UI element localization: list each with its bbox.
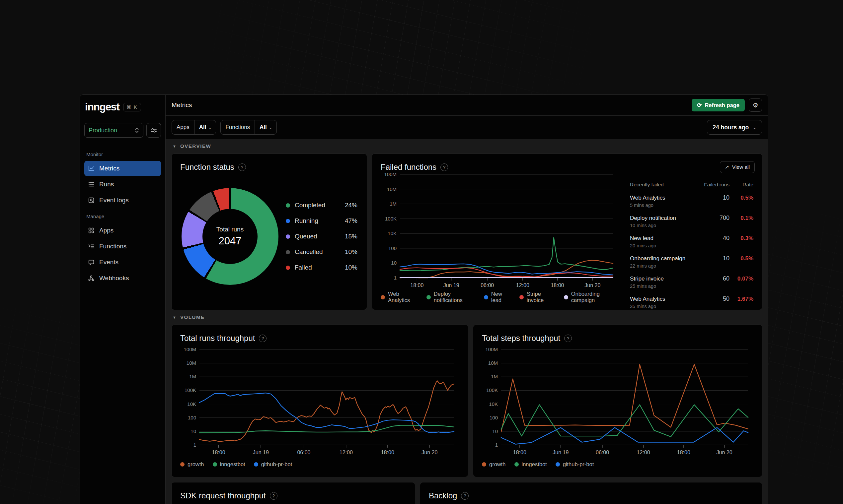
svg-text:10K: 10K [489, 401, 498, 407]
svg-text:06:00: 06:00 [297, 450, 310, 455]
legend-dot [427, 295, 431, 300]
svg-text:18:00: 18:00 [381, 450, 394, 455]
card-title: SDK request throughput [180, 491, 266, 500]
updown-chevrons-icon [135, 127, 139, 133]
function-status-donut: Total runs 2047 [182, 188, 278, 285]
overview-section-header: ▼ OVERVIEW [173, 143, 761, 149]
legend-item: github-pr-bot [254, 461, 292, 468]
sidebar-item-event-logs[interactable]: Event logs [84, 193, 161, 208]
help-icon[interactable]: ? [270, 492, 277, 500]
refresh-page-button[interactable]: ⟳ Refresh page [692, 99, 745, 111]
svg-text:100M: 100M [184, 347, 196, 352]
svg-text:Jun 19: Jun 19 [553, 450, 569, 455]
help-icon[interactable]: ? [461, 492, 469, 500]
function-status-legend: Completed24%Running47%Queued15%Cancelled… [286, 202, 358, 271]
sidebar-item-functions[interactable]: Functions [84, 239, 161, 254]
help-icon[interactable]: ? [238, 163, 246, 171]
collapse-triangle-icon[interactable]: ▼ [173, 144, 176, 148]
sliders-icon [150, 127, 157, 133]
table-row[interactable]: Web Analytics5 mins ago100.5% [630, 194, 753, 208]
total-runs-throughput-svg: 100M10M1M100K10K10010118:00Jun 1906:0012… [180, 347, 459, 457]
functions-filter[interactable]: Functions All ⌄ [220, 120, 276, 134]
card-title: Total runs throughput [180, 334, 255, 343]
arrow-up-right-icon: ↗ [725, 164, 729, 170]
sidebar-item-label: Webhooks [99, 274, 129, 282]
svg-text:100K: 100K [385, 216, 397, 221]
svg-text:Jun 20: Jun 20 [717, 450, 733, 455]
svg-text:12:00: 12:00 [340, 450, 353, 455]
volume-section-header: ▼ VOLUME [173, 314, 761, 320]
total-steps-throughput-card: Total steps throughput ? 100M10M1M100K10… [473, 325, 762, 477]
nav-section-label: Manage [86, 214, 159, 219]
collapse-triangle-icon[interactable]: ▼ [173, 315, 176, 319]
svg-text:100: 100 [489, 415, 498, 420]
recently-failed-table: Recently failed Failed runs Rate Web Ana… [621, 182, 753, 301]
sidebar-item-label: Runs [99, 181, 114, 188]
total-steps-throughput-svg: 100M10M1M100K10K10010118:00Jun 1906:0012… [482, 347, 753, 457]
svg-text:18:00: 18:00 [551, 283, 564, 288]
command-k-shortcut-badge[interactable]: ⌘ K [123, 103, 141, 111]
sidebar-item-label: Apps [99, 227, 114, 234]
table-row[interactable]: Deploy notification10 mins ago7000.1% [630, 215, 753, 228]
timerange-select[interactable]: 24 hours ago ⌄ [707, 120, 762, 134]
settings-button[interactable]: ⚙ [749, 98, 762, 112]
table-row[interactable]: New lead20 mins ago400.3% [630, 235, 753, 248]
help-icon[interactable]: ? [564, 335, 572, 342]
svg-text:Jun 19: Jun 19 [253, 450, 269, 455]
sidebar-item-webhooks[interactable]: Webhooks [84, 271, 161, 286]
svg-text:12:00: 12:00 [516, 283, 529, 288]
sidebar-item-metrics[interactable]: Metrics [84, 161, 161, 176]
svg-text:100: 100 [188, 415, 196, 420]
inngest-logo: inngest [85, 101, 119, 113]
failed-functions-chart-legend: Web AnalyticsDeploy notificationsNew lea… [381, 293, 618, 301]
svg-text:1M: 1M [189, 374, 196, 379]
svg-text:Jun 19: Jun 19 [443, 283, 459, 288]
table-row[interactable]: Stripe invoice25 mins ago600.07% [630, 275, 753, 289]
environment-filter-button[interactable] [147, 123, 161, 138]
environment-select[interactable]: Production [84, 123, 143, 138]
svg-text:06:00: 06:00 [481, 283, 494, 288]
total-runs-chart: 100M10M1M100K10K10010118:00Jun 1906:0012… [180, 347, 459, 457]
sidebar-item-runs[interactable]: Runs [84, 177, 161, 192]
help-icon[interactable]: ? [441, 163, 448, 171]
desktop: { "sidebar": { "logo": "inngest", "short… [0, 0, 843, 504]
runs-list-icon [88, 181, 95, 188]
svg-text:1: 1 [394, 275, 397, 281]
svg-text:100: 100 [388, 245, 397, 251]
apps-filter[interactable]: Apps All ⌄ [172, 120, 216, 134]
sidebar-item-label: Functions [99, 243, 126, 250]
svg-text:100M: 100M [485, 347, 498, 352]
legend-dot [286, 219, 290, 223]
sidebar-item-events[interactable]: Events [84, 255, 161, 270]
svg-text:10M: 10M [387, 186, 397, 192]
divider [209, 317, 761, 317]
legend-item: Onboarding campaign [564, 291, 618, 303]
legend-dot [254, 462, 258, 467]
svg-text:10: 10 [391, 260, 397, 266]
svg-text:10: 10 [190, 428, 196, 434]
table-row[interactable]: Web Analytics35 mins ago501.67% [630, 295, 753, 309]
help-icon[interactable]: ? [259, 335, 266, 342]
backlog-card: Backlog ? [420, 482, 762, 504]
sidebar-item-apps[interactable]: Apps [84, 223, 161, 238]
divider [215, 146, 761, 146]
environment-value: Production [89, 127, 135, 134]
legend-item: github-pr-bot [555, 461, 594, 468]
svg-text:100K: 100K [185, 387, 196, 393]
view-all-button[interactable]: ↗ View all [720, 161, 755, 173]
svg-text:10K: 10K [388, 231, 397, 236]
svg-text:10: 10 [492, 428, 498, 434]
legend-dot [286, 234, 290, 239]
total-runs-chart-legend: growthinngestbotgithub-pr-bot [180, 460, 459, 468]
table-row[interactable]: Onboarding campaign22 mins ago100.5% [630, 255, 753, 269]
sdk-request-throughput-card: SDK request throughput ? [171, 482, 415, 504]
chevron-down-icon: ⌄ [208, 125, 216, 130]
svg-text:18:00: 18:00 [212, 450, 225, 455]
main-area: Metrics ⟳ Refresh page ⚙ Apps [166, 95, 768, 504]
legend-dot [564, 295, 568, 300]
refresh-icon: ⟳ [697, 102, 702, 109]
legend-dot [519, 295, 524, 300]
nav-section-label: Monitor [86, 151, 159, 157]
sidebar-item-label: Event logs [99, 197, 129, 204]
failed-functions-svg: 100M10M1M100K10K10010118:00Jun 1906:0012… [381, 172, 618, 290]
